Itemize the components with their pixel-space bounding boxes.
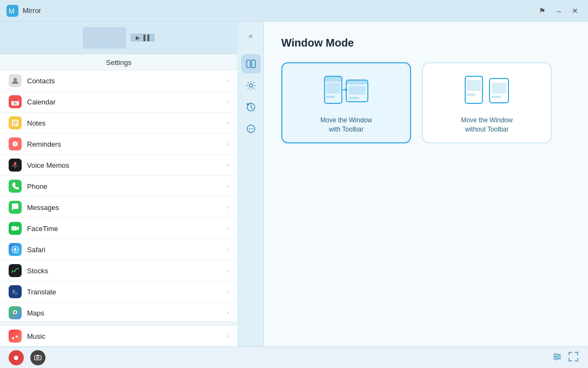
svg-rect-44 [326, 83, 340, 94]
settings-icon [246, 81, 256, 90]
main-layout: ▶ ▐▐ Settings Contacts › 31 Calendar › [0, 22, 588, 368]
sidebar-item-translate[interactable]: 文A Translate › [0, 281, 237, 303]
window-mode-options: Move the Windowwith Toolbar [281, 62, 571, 143]
sidebar-item-stocks[interactable]: Stocks › [0, 260, 237, 281]
record-button[interactable]: ⏺ [9, 350, 24, 365]
reminders-icon: ! [9, 137, 22, 150]
facetime-icon [9, 222, 22, 235]
safari-label: Safari [27, 246, 227, 254]
close-button[interactable]: ✕ [569, 5, 582, 16]
svg-rect-12 [14, 162, 16, 166]
sidebar-item-calendar[interactable]: 31 Calendar › [0, 91, 237, 113]
svg-marker-18 [12, 247, 18, 252]
fullscreen-icon [569, 352, 578, 362]
sidebar-item-facetime[interactable]: FaceTime › [0, 218, 237, 239]
svg-point-66 [555, 358, 557, 360]
phone-icon [9, 180, 22, 193]
sidebar-item-messages[interactable]: Messages › [0, 197, 237, 218]
svg-rect-47 [346, 80, 368, 84]
calendar-label: Calendar [27, 98, 227, 106]
content-title: Window Mode [281, 37, 571, 49]
messages-label: Messages [27, 203, 227, 212]
svg-text:A: A [15, 292, 18, 295]
svg-rect-15 [11, 226, 17, 231]
settings-list: Contacts › 31 Calendar › Notes › ! [0, 70, 237, 321]
contacts-label: Contacts [27, 77, 227, 85]
svg-marker-16 [17, 226, 19, 231]
mode-card-with-toolbar[interactable]: Move the Windowwith Toolbar [281, 62, 411, 143]
svg-text:M: M [9, 7, 15, 15]
svg-point-41 [252, 128, 253, 129]
music-label: Music [27, 332, 227, 340]
svg-point-40 [250, 128, 252, 129]
svg-text:31: 31 [14, 102, 17, 105]
svg-rect-56 [492, 83, 506, 94]
svg-rect-49 [348, 97, 359, 99]
bottom-toolbar: ⏺ [0, 346, 588, 368]
translate-label: Translate [27, 288, 227, 296]
sidebar-item-music[interactable]: Music › [0, 326, 237, 347]
svg-rect-60 [37, 355, 39, 356]
svg-rect-43 [325, 76, 342, 82]
svg-point-64 [554, 353, 557, 356]
chat-icon [246, 124, 256, 134]
sidebar-item-safari[interactable]: Safari › [0, 239, 237, 260]
sidebar-item-maps[interactable]: Maps › [0, 303, 237, 321]
stocks-icon [9, 264, 22, 277]
reminders-label: Reminders [27, 140, 227, 148]
voice-memos-icon [9, 159, 22, 172]
mode-card-without-toolbar[interactable]: Move the Windowwithout Toolbar [422, 62, 552, 143]
camera-button[interactable] [30, 350, 45, 365]
svg-point-36 [249, 84, 253, 87]
sidebar-item-reminders[interactable]: ! Reminders › [0, 134, 237, 155]
safari-chevron: › [227, 246, 229, 253]
nav-item-chat[interactable] [241, 119, 261, 139]
title-bar: M Mirror ⚑ – ✕ [0, 0, 588, 22]
svg-point-22 [15, 312, 16, 313]
voice-memos-chevron: › [227, 161, 229, 169]
notes-label: Notes [27, 119, 227, 127]
phone-chevron: › [227, 182, 229, 190]
nav-item-settings[interactable] [241, 76, 261, 95]
with-toolbar-illustration [322, 72, 371, 109]
facetime-label: FaceTime [27, 225, 227, 233]
phone-button-mini[interactable]: ▶ ▐▐ [130, 34, 155, 42]
facetime-chevron: › [227, 225, 229, 232]
nav-item-history[interactable] [241, 97, 261, 117]
messages-icon [9, 201, 22, 214]
svg-text:!: ! [15, 142, 16, 147]
without-toolbar-label: Move the Windowwithout Toolbar [461, 116, 512, 134]
app-title: Mirror [23, 6, 41, 15]
stocks-label: Stocks [27, 267, 227, 275]
reminders-chevron: › [227, 140, 229, 148]
pin-button[interactable]: ⚑ [536, 5, 549, 16]
maps-icon [9, 306, 22, 319]
collapse-button[interactable]: « [241, 26, 261, 45]
voice-memos-label: Voice Memos [27, 161, 227, 169]
nav-item-mirror[interactable] [241, 54, 261, 74]
sidebar-item-voice-memos[interactable]: Voice Memos › [0, 155, 237, 176]
history-icon [246, 102, 256, 112]
fullscreen-button[interactable] [567, 351, 579, 365]
sidebar-item-phone[interactable]: Phone › [0, 176, 237, 197]
svg-rect-53 [467, 80, 481, 91]
phone-screen-mini [83, 27, 126, 49]
title-bar-controls: ⚑ – ✕ [536, 5, 582, 16]
mirror-icon [246, 59, 256, 69]
settings-toolbar-button[interactable] [551, 351, 563, 365]
camera-icon [34, 354, 42, 362]
messages-chevron: › [227, 203, 229, 211]
list-divider [0, 321, 237, 325]
sidebar-item-notes[interactable]: Notes › [0, 113, 237, 134]
safari-icon [9, 243, 22, 256]
translate-chevron: › [227, 288, 229, 295]
svg-rect-34 [247, 60, 250, 68]
phone-label: Phone [27, 182, 227, 190]
minimize-button[interactable]: – [553, 5, 564, 16]
bottom-toolbar-right [551, 351, 579, 365]
settings-title: Settings [0, 54, 237, 70]
notes-chevron: › [227, 119, 229, 127]
svg-point-65 [558, 356, 560, 358]
sidebar-item-contacts[interactable]: Contacts › [0, 70, 237, 91]
contacts-icon [9, 74, 22, 87]
